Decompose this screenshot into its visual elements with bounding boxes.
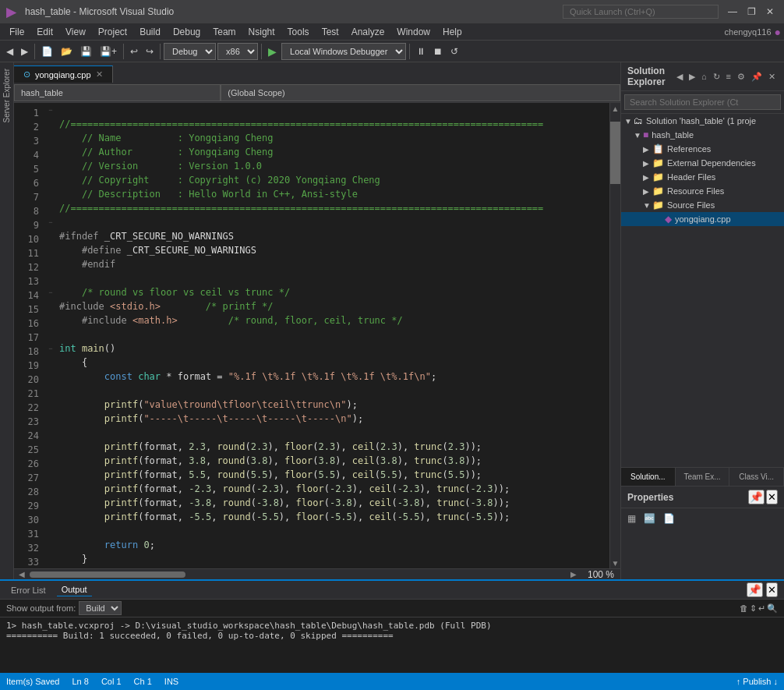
menu-analyze[interactable]: Analyze (345, 25, 391, 39)
menu-file[interactable]: File (3, 25, 30, 39)
se-collapse-button[interactable]: ≡ (724, 71, 733, 83)
tab-class-view[interactable]: Class Vi... (729, 468, 784, 486)
save-button[interactable]: 💾 (77, 44, 95, 58)
tree-item-project[interactable]: ▼ ■ hash_table (621, 128, 784, 142)
output-close-button[interactable]: ✕ (766, 582, 778, 597)
tree-item-ext-deps[interactable]: ▶ 📁 External Dependencies (621, 156, 784, 170)
menu-nsight[interactable]: Nsight (242, 25, 281, 39)
menu-view[interactable]: View (59, 25, 92, 39)
tree-item-header-files[interactable]: ▶ 📁 Header Files (621, 170, 784, 184)
se-back-button[interactable]: ◀ (674, 71, 685, 83)
output-controls: Show output from: Build 🗑 ⇕ ↵ 🔍 (0, 600, 784, 617)
fold-indicator-14[interactable]: − (45, 285, 56, 299)
pause-button[interactable]: ⏸ (413, 44, 429, 58)
scrollbar-thumb[interactable] (610, 122, 620, 184)
platform-dropdown[interactable]: x86 (217, 43, 258, 60)
scroll-right-button[interactable]: ▶ (566, 569, 581, 580)
tree-item-resource-files[interactable]: ▶ 📁 Resource Files (621, 184, 784, 198)
new-file-button[interactable]: 📄 (38, 44, 56, 58)
tab-close-button[interactable]: ✕ (96, 69, 103, 80)
fold-indicator-17[interactable]: − (45, 341, 56, 356)
back-button[interactable]: ◀ (3, 44, 16, 58)
bottom-panel-tabs: Error List Output 📌 ✕ (0, 581, 784, 600)
menu-build[interactable]: Build (133, 25, 167, 39)
se-refresh-button[interactable]: ↻ (711, 71, 722, 83)
menu-tools[interactable]: Tools (281, 25, 316, 39)
editor-tab-yongqiang[interactable]: ⊙ yongqiang.cpp ✕ (14, 65, 113, 83)
tab-class-label: Class Vi... (739, 472, 774, 481)
tree-item-references[interactable]: ▶ 📋 References (621, 142, 784, 156)
tree-item-yongqiang-cpp[interactable]: ◆ yongqiang.cpp (621, 212, 784, 226)
horizontal-scrollbar-area: ◀ ▶ 100 % (14, 568, 620, 579)
prop-property-pages-button[interactable]: 📄 (660, 511, 678, 525)
output-pin-button[interactable]: 📌 (747, 582, 763, 597)
start-debugging-button[interactable]: ▶ (265, 44, 280, 59)
tab-output[interactable]: Output (57, 583, 92, 596)
close-button[interactable]: ✕ (762, 4, 778, 19)
tab-error-list[interactable]: Error List (6, 584, 51, 596)
vertical-scrollbar[interactable]: ▲ ▼ (609, 103, 620, 568)
prop-pin-button[interactable]: 📌 (748, 490, 765, 504)
menu-test[interactable]: Test (316, 25, 345, 39)
headerfiles-icon: 📁 (652, 172, 664, 182)
menu-team[interactable]: Team (207, 25, 242, 39)
fold-indicator-9[interactable]: − (45, 215, 56, 229)
prop-categorize-button[interactable]: ▦ (624, 511, 639, 525)
restart-button[interactable]: ↺ (447, 44, 461, 58)
open-button[interactable]: 📂 (58, 44, 76, 58)
tree-item-solution[interactable]: ▼ 🗂 Solution 'hash_table' (1 proje (621, 114, 784, 128)
menu-window[interactable]: Window (390, 25, 436, 39)
output-clear-button[interactable]: 🗑 (740, 603, 748, 614)
menu-help[interactable]: Help (436, 25, 468, 39)
redo-button[interactable]: ↪ (143, 44, 157, 58)
forward-button[interactable]: ▶ (18, 44, 31, 58)
prop-close-button[interactable]: ✕ (766, 490, 778, 504)
server-explorer-tab[interactable]: Server Explorer (1, 65, 12, 126)
minimize-button[interactable]: — (725, 4, 740, 19)
se-search-input[interactable] (624, 94, 781, 110)
user-icon: ● (775, 26, 781, 38)
properties-title: Properties (627, 492, 673, 503)
scope-member-dropdown[interactable]: (Global Scope) (221, 84, 620, 101)
save-all-button[interactable]: 💾+ (97, 44, 120, 58)
output-find-button[interactable]: 🔍 (767, 603, 778, 614)
status-publish[interactable]: ↑ Publish ↓ (736, 677, 778, 686)
hscroll-thumb[interactable] (30, 571, 185, 578)
solution-explorer-header: Solution Explorer ◀ ▶ ⌂ ↻ ≡ ⚙ 📌 ✕ (621, 62, 784, 91)
output-toggle-button[interactable]: ⇕ (750, 603, 757, 614)
undo-button[interactable]: ↩ (127, 44, 141, 58)
output-wrap-button[interactable]: ↵ (758, 603, 765, 614)
menu-debug[interactable]: Debug (167, 25, 207, 39)
quick-launch-input[interactable] (563, 5, 719, 19)
tab-team-explorer[interactable]: Team Ex... (676, 468, 730, 486)
output-content-area[interactable]: 1> hash_table.vcxproj -> D:\visual_studi… (0, 617, 784, 673)
tab-icon: ⊙ (23, 69, 30, 80)
window-controls: — ❐ ✕ (725, 4, 778, 19)
stop-button[interactable]: ⏹ (430, 44, 446, 58)
headerfiles-label: Header Files (667, 172, 715, 182)
output-source-dropdown[interactable]: Build (79, 601, 122, 615)
status-ln: Ln 8 (72, 677, 88, 686)
scroll-left-button[interactable]: ◀ (14, 569, 30, 580)
line-numbers: 12345 678910 1112131415 1617181920 21222… (14, 103, 45, 568)
scope-class-dropdown[interactable]: hash_table (14, 84, 221, 101)
se-forward-button[interactable]: ▶ (687, 71, 697, 83)
se-home-button[interactable]: ⌂ (699, 71, 709, 83)
se-pin-button[interactable]: 📌 (749, 71, 765, 83)
debug-target-dropdown[interactable]: Local Windows Debugger (281, 43, 406, 60)
menu-project[interactable]: Project (92, 25, 133, 39)
tab-solution-explorer[interactable]: Solution... (621, 468, 676, 486)
prop-alphabetic-button[interactable]: 🔤 (641, 511, 659, 525)
status-ch: Ch 1 (134, 677, 152, 686)
menu-edit[interactable]: Edit (30, 25, 59, 39)
fold-indicator-1[interactable]: − (45, 103, 56, 117)
tree-item-source-files[interactable]: ▼ 📁 Source Files (621, 198, 784, 212)
se-settings-button[interactable]: ⚙ (735, 71, 747, 83)
scroll-down-button[interactable]: ▼ (610, 557, 620, 568)
code-text[interactable]: //======================================… (56, 103, 609, 568)
debug-config-dropdown[interactable]: Debug (164, 43, 216, 60)
se-close-button[interactable]: ✕ (766, 71, 778, 83)
editor-tabs: ⊙ yongqiang.cpp ✕ (14, 62, 620, 83)
scroll-up-button[interactable]: ▲ (610, 103, 620, 114)
maximize-button[interactable]: ❐ (743, 4, 759, 19)
